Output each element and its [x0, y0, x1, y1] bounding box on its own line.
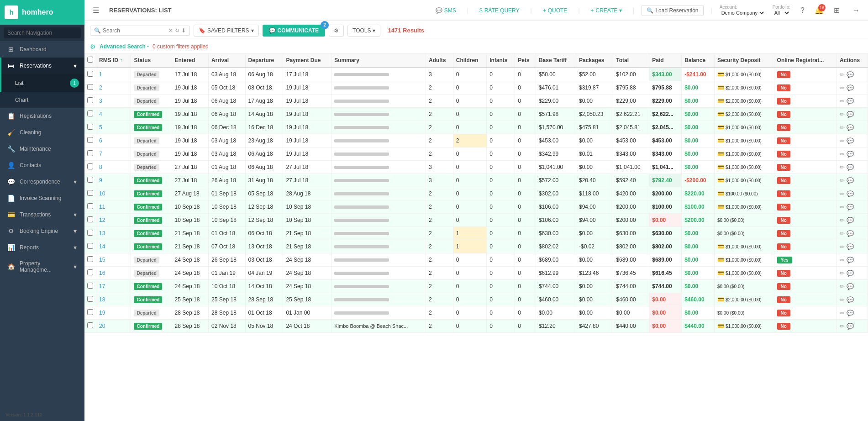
row-checkbox[interactable] — [87, 296, 93, 302]
col-paid[interactable]: Paid — [649, 53, 682, 68]
row-checkbox-cell[interactable] — [84, 121, 96, 134]
help-icon[interactable]: ? — [798, 5, 807, 16]
row-checkbox[interactable] — [87, 71, 93, 77]
sidebar-item-maintenance[interactable]: 🔧 Maintenance — [0, 141, 84, 157]
row-checkbox[interactable] — [87, 309, 93, 315]
load-reservation-button[interactable]: 🔍 Load Reservation — [642, 5, 703, 16]
edit-icon[interactable]: ✏ — [840, 204, 845, 210]
edit-icon[interactable]: ✏ — [840, 190, 845, 197]
edit-icon[interactable]: ✏ — [840, 177, 845, 184]
edit-icon[interactable]: ✏ — [840, 296, 845, 303]
row-checkbox[interactable] — [87, 269, 93, 275]
row-checkbox-cell[interactable] — [84, 95, 96, 108]
row-checkbox[interactable] — [87, 177, 93, 183]
sidebar-item-cleaning[interactable]: 🧹 Cleaning — [0, 124, 84, 141]
portfolio-select[interactable]: All — [773, 10, 790, 16]
col-rms-id[interactable]: RMS ID — [96, 53, 131, 68]
sidebar-item-reservations[interactable]: 🛏 Reservations ▾ — [0, 58, 84, 74]
sms-button[interactable]: 💬 SMS — [432, 5, 460, 16]
sidebar-item-chart[interactable]: Chart — [0, 92, 84, 108]
comment-icon[interactable]: 💬 — [847, 137, 854, 144]
row-checkbox[interactable] — [87, 97, 93, 103]
select-all-checkbox[interactable] — [87, 57, 93, 63]
row-checkbox[interactable] — [87, 150, 93, 156]
row-checkbox-cell[interactable] — [84, 280, 96, 293]
logout-icon[interactable]: → — [850, 5, 863, 16]
notifications-button[interactable]: 🔔 16 — [815, 6, 824, 15]
edit-icon[interactable]: ✏ — [840, 283, 845, 290]
sidebar-item-reports[interactable]: 📊 Reports ▾ — [0, 239, 84, 256]
row-checkbox-cell[interactable] — [84, 174, 96, 187]
account-select[interactable]: Demo Company — [720, 10, 765, 16]
row-checkbox[interactable] — [87, 283, 93, 289]
row-checkbox[interactable] — [87, 137, 93, 143]
tools-button[interactable]: TOOLS ▾ — [347, 25, 380, 37]
sidebar-item-list[interactable]: List 1 — [0, 74, 84, 92]
col-status[interactable]: Status — [131, 53, 172, 68]
refresh-icon[interactable]: ↻ — [175, 27, 179, 34]
grid-view-icon[interactable]: ⊞ — [831, 4, 842, 16]
quote-button[interactable]: + QUOTE — [539, 5, 571, 16]
sidebar-item-invoice-scanning[interactable]: 📄 Invoice Scanning — [0, 190, 84, 206]
col-packages[interactable]: Packages — [576, 53, 613, 68]
col-infants[interactable]: Infants — [487, 53, 515, 68]
edit-icon[interactable]: ✏ — [840, 164, 845, 171]
edit-icon[interactable]: ✏ — [840, 230, 845, 237]
comment-icon[interactable]: 💬 — [847, 270, 854, 277]
edit-icon[interactable]: ✏ — [840, 71, 845, 78]
reservations-table-container[interactable]: RMS ID Status Entered Arrival Departure … — [84, 53, 868, 421]
row-checkbox-cell[interactable] — [84, 81, 96, 95]
col-pets[interactable]: Pets — [515, 53, 536, 68]
row-checkbox-cell[interactable] — [84, 200, 96, 214]
comment-icon[interactable]: 💬 — [847, 98, 854, 105]
edit-icon[interactable]: ✏ — [840, 124, 845, 131]
edit-icon[interactable]: ✏ — [840, 111, 845, 118]
comment-icon[interactable]: 💬 — [847, 217, 854, 224]
row-checkbox[interactable] — [87, 84, 93, 90]
row-checkbox[interactable] — [87, 243, 93, 249]
menu-icon[interactable]: ☰ — [90, 4, 102, 16]
edit-icon[interactable]: ✏ — [840, 217, 845, 224]
comment-icon[interactable]: 💬 — [847, 84, 854, 91]
row-checkbox[interactable] — [87, 203, 93, 209]
row-checkbox-cell[interactable] — [84, 108, 96, 121]
col-entered[interactable]: Entered — [172, 53, 208, 68]
comment-icon[interactable]: 💬 — [847, 124, 854, 131]
row-checkbox[interactable] — [87, 163, 93, 169]
row-checkbox[interactable] — [87, 230, 93, 236]
comment-icon[interactable]: 💬 — [847, 310, 854, 316]
row-checkbox-cell[interactable] — [84, 147, 96, 161]
row-checkbox-cell[interactable] — [84, 161, 96, 174]
col-departure[interactable]: Departure — [245, 53, 283, 68]
col-total[interactable]: Total — [613, 53, 649, 68]
comment-icon[interactable]: 💬 — [847, 190, 854, 197]
row-checkbox-cell[interactable] — [84, 306, 96, 320]
comment-icon[interactable]: 💬 — [847, 151, 854, 158]
adv-gear-icon[interactable]: ⚙ — [90, 43, 96, 50]
edit-icon[interactable]: ✏ — [840, 98, 845, 105]
create-button[interactable]: + CREATE ▾ — [587, 5, 626, 16]
row-checkbox[interactable] — [87, 111, 93, 116]
row-checkbox-cell[interactable] — [84, 68, 96, 81]
comment-icon[interactable]: 💬 — [847, 164, 854, 171]
nav-search-input[interactable] — [4, 27, 81, 38]
edit-icon[interactable]: ✏ — [840, 84, 845, 91]
clear-search-icon[interactable]: ✕ — [168, 27, 173, 34]
sidebar-item-dashboard[interactable]: ⊞ Dashboard — [0, 41, 84, 58]
rate-query-button[interactable]: $ RATE QUERY — [476, 5, 523, 16]
col-checkbox[interactable] — [84, 53, 96, 68]
edit-icon[interactable]: ✏ — [840, 270, 845, 277]
row-checkbox[interactable] — [87, 124, 93, 130]
sidebar-item-registrations[interactable]: 📋 Registrations — [0, 108, 84, 124]
sidebar-item-booking-engine[interactable]: ⚙ Booking Engine ▾ — [0, 223, 84, 239]
comment-icon[interactable]: 💬 — [847, 243, 854, 250]
col-children[interactable]: Children — [453, 53, 486, 68]
col-summary[interactable]: Summary — [331, 53, 426, 68]
comment-icon[interactable]: 💬 — [847, 177, 854, 184]
row-checkbox-cell[interactable] — [84, 267, 96, 280]
col-payment-due[interactable]: Payment Due — [283, 53, 331, 68]
edit-icon[interactable]: ✏ — [840, 137, 845, 144]
col-adults[interactable]: Adults — [426, 53, 453, 68]
sidebar-item-property-management[interactable]: 🏠 Property Manageme... ▾ — [0, 256, 84, 278]
edit-icon[interactable]: ✏ — [840, 257, 845, 263]
